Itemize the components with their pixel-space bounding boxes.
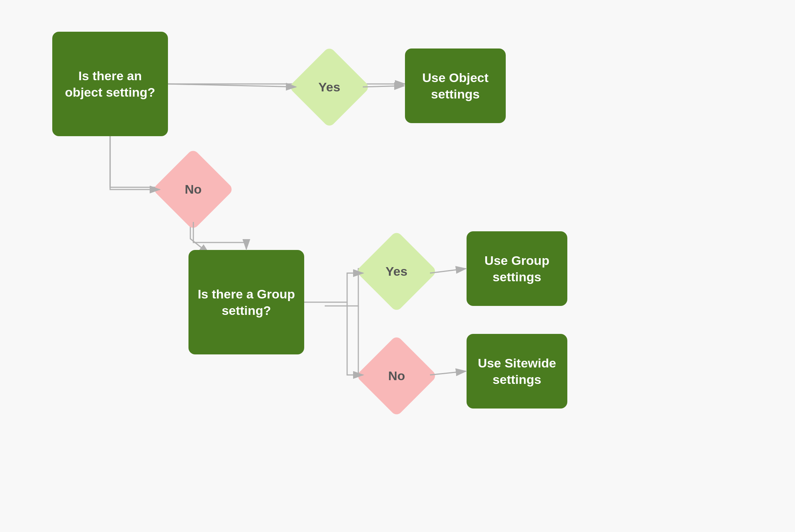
no-object-label: No bbox=[185, 182, 202, 197]
diamond-no-object: No bbox=[160, 157, 226, 222]
result-sitewide-box: Use Sitewide settings bbox=[467, 334, 567, 409]
diagram-container: Is there an object setting? Yes Use Obje… bbox=[0, 0, 795, 532]
yes-object-label: Yes bbox=[318, 80, 340, 94]
question-group-box: Is there a Group setting? bbox=[188, 250, 304, 354]
result-object-box: Use Object settings bbox=[405, 48, 506, 123]
diamond-yes-group: Yes bbox=[364, 239, 429, 304]
question-group-label: Is there a Group setting? bbox=[197, 286, 295, 319]
result-group-label: Use Group settings bbox=[476, 252, 558, 285]
diamond-no-group: No bbox=[364, 343, 429, 409]
question-object-box: Is there an object setting? bbox=[52, 32, 168, 136]
question-object-label: Is there an object setting? bbox=[61, 68, 159, 100]
diamond-yes-object: Yes bbox=[297, 54, 362, 120]
result-group-box: Use Group settings bbox=[467, 231, 567, 306]
yes-group-label: Yes bbox=[386, 264, 408, 279]
no-group-label: No bbox=[388, 369, 405, 383]
result-object-label: Use Object settings bbox=[414, 69, 497, 102]
result-sitewide-label: Use Sitewide settings bbox=[476, 355, 558, 388]
